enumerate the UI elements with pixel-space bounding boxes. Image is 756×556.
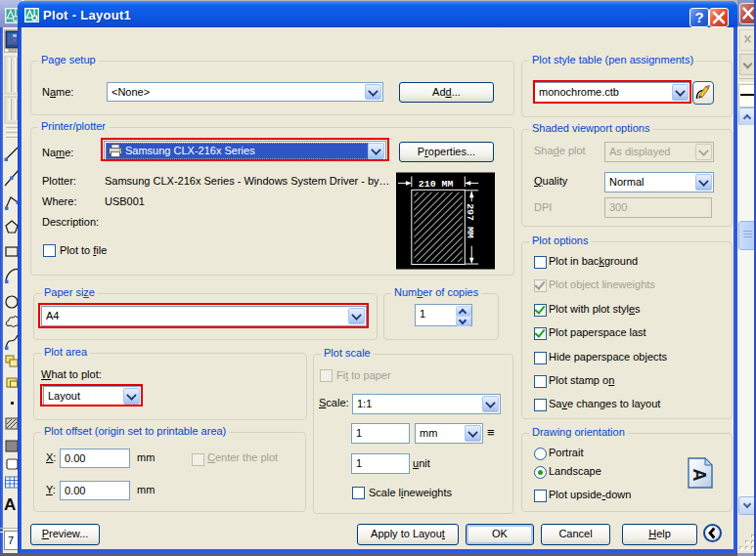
svg-text:297 MM: 297 MM: [465, 203, 475, 238]
svg-text:210 MM: 210 MM: [419, 179, 454, 190]
svg-text:A: A: [689, 469, 709, 482]
